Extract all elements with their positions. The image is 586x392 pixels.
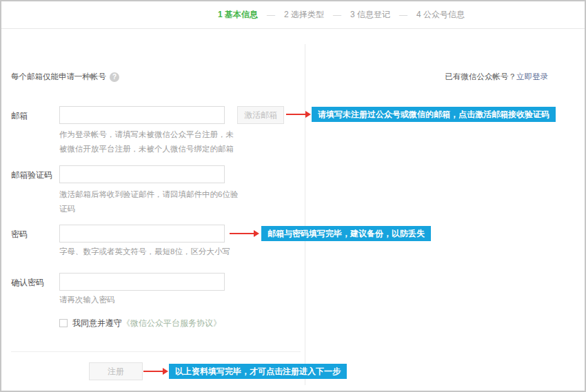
- steps-nav: 1 基本信息 — 2 选择类型 — 3 信息登记 — 4 公众号信息: [1, 1, 585, 29]
- login-now-link[interactable]: 立即登录: [516, 72, 548, 81]
- service-agreement-link[interactable]: 《微信公众平台服务协议》: [122, 318, 221, 328]
- agreement-row: 我同意并遵守《微信公众平台服务协议》: [72, 318, 221, 329]
- email-label: 邮箱: [11, 110, 28, 122]
- annotation-arrow-email: [286, 111, 311, 118]
- step-basic-info: 1 基本信息: [218, 9, 258, 21]
- password-input[interactable]: [59, 225, 225, 243]
- confirm-password-label: 确认密码: [11, 277, 44, 289]
- password-label: 密码: [11, 229, 28, 240]
- annotation-arrow-register: [143, 368, 168, 375]
- annotation-register: 以上资料填写完毕，才可点击注册进入下一步: [169, 364, 347, 379]
- annotation-email: 请填写未注册过公众号或微信的邮箱，点击激活邮箱接收验证码: [312, 107, 556, 122]
- agreement-checkbox[interactable]: [59, 319, 68, 327]
- email-limit-note: 每个邮箱仅能申请一种帐号 ?: [11, 72, 119, 82]
- step-account-info: 4 公众号信息: [416, 9, 465, 21]
- vertical-divider: [305, 44, 305, 385]
- activate-email-button[interactable]: 激活邮箱: [237, 106, 284, 124]
- password-help-text: 字母、数字或者英文符号，最短8位，区分大小写: [59, 245, 245, 259]
- email-code-label: 邮箱验证码: [11, 169, 52, 181]
- login-prompt: 已有微信公众帐号？: [445, 72, 517, 81]
- step-choose-type: 2 选择类型: [284, 9, 324, 21]
- register-button[interactable]: 注册: [89, 362, 143, 380]
- login-area: 已有微信公众帐号？立即登录: [445, 72, 549, 82]
- step-separator: —: [267, 10, 275, 20]
- agreement-text: 我同意并遵守: [72, 318, 122, 328]
- email-code-input[interactable]: [59, 165, 225, 183]
- annotation-password: 邮箱与密码填写完毕，建议备份，以防丢失: [261, 226, 431, 241]
- help-question-icon[interactable]: ?: [110, 72, 119, 82]
- email-input[interactable]: [59, 106, 225, 124]
- email-help-text: 作为登录帐号，请填写未被微信公众平台注册，未 被微信开放平台注册，未被个人微信号…: [59, 127, 245, 156]
- step-separator: —: [333, 10, 341, 20]
- annotation-arrow-password: [230, 230, 259, 237]
- email-code-help-text: 激活邮箱后将收到验证邮件，请回填邮件中的6位验 证码: [59, 187, 245, 216]
- step-info-registration: 3 信息登记: [350, 9, 390, 21]
- confirm-password-help-text: 请再次输入密码: [59, 293, 245, 307]
- confirm-password-input[interactable]: [59, 273, 225, 291]
- form-separator-line: [11, 351, 301, 352]
- registration-page: 1 基本信息 — 2 选择类型 — 3 信息登记 — 4 公众号信息 每个邮箱仅…: [0, 0, 586, 392]
- email-limit-note-text: 每个邮箱仅能申请一种帐号: [11, 72, 106, 82]
- step-separator: —: [399, 10, 407, 20]
